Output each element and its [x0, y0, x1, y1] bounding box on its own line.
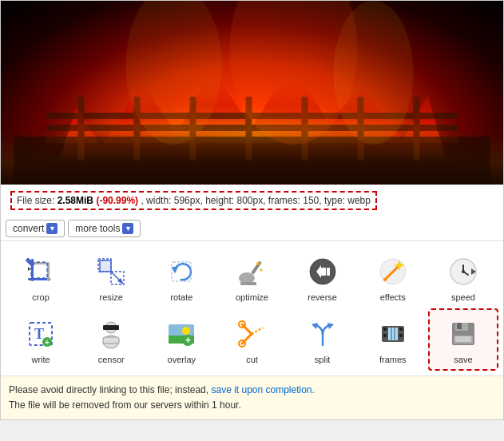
- svg-marker-20: [28, 267, 30, 271]
- svg-point-40: [397, 263, 402, 268]
- action-buttons-row: convert ▼ more tools ▼: [1, 217, 503, 240]
- svg-line-63: [242, 324, 252, 334]
- file-dimensions: , width: 596px, height: 800px, frames: 1…: [141, 195, 371, 206]
- svg-rect-28: [252, 260, 263, 274]
- reverse-label: reverse: [308, 292, 337, 302]
- svg-rect-72: [383, 328, 387, 331]
- svg-rect-75: [399, 334, 403, 337]
- tool-overlay[interactable]: + overlay: [146, 308, 216, 371]
- speed-label: speed: [451, 292, 475, 302]
- censor-label: censor: [98, 355, 125, 364]
- rotate-label: rotate: [170, 292, 192, 302]
- file-size-value: 2.58MiB: [58, 195, 93, 206]
- svg-rect-4: [78, 97, 85, 161]
- svg-text:+: +: [185, 335, 191, 346]
- tool-crop[interactable]: crop: [6, 246, 76, 308]
- tool-rotate[interactable]: rotate: [146, 246, 216, 308]
- svg-rect-36: [327, 268, 330, 276]
- tools-grid: crop resize: [1, 240, 503, 375]
- svg-text:T: T: [34, 326, 44, 342]
- tool-split[interactable]: split: [288, 308, 358, 371]
- tool-effects[interactable]: effects: [358, 246, 428, 308]
- tool-save[interactable]: save: [428, 308, 498, 371]
- convert-label: convert: [13, 223, 44, 234]
- fire-image: [1, 1, 503, 185]
- notice-line2: The file will be removed from our server…: [9, 398, 495, 413]
- tool-write[interactable]: T + write: [6, 308, 76, 371]
- effects-icon: [374, 252, 412, 291]
- svg-rect-74: [399, 328, 403, 331]
- resize-icon: [92, 252, 130, 291]
- notice-bar: Please avoid directly linking to this fi…: [1, 375, 503, 419]
- svg-rect-30: [240, 282, 256, 285]
- info-section: File size: 2.58MiB (-90.99%) , width: 59…: [1, 185, 503, 217]
- save-icon: [444, 315, 482, 353]
- image-preview: [1, 1, 503, 185]
- svg-rect-23: [100, 260, 111, 272]
- more-tools-arrow-icon: ▼: [122, 223, 133, 234]
- svg-rect-73: [383, 334, 387, 337]
- cut-label: cut: [246, 355, 258, 364]
- svg-text:+: +: [45, 338, 50, 347]
- svg-marker-26: [172, 267, 178, 273]
- file-size-reduction: (-90.99%): [96, 195, 138, 206]
- tool-cut[interactable]: cut: [216, 308, 287, 371]
- optimize-label: optimize: [236, 292, 268, 302]
- svg-line-64: [242, 334, 252, 344]
- resize-label: resize: [100, 292, 123, 302]
- svg-point-13: [334, 1, 414, 145]
- tool-optimize[interactable]: optimize: [216, 246, 287, 308]
- svg-point-32: [260, 269, 263, 272]
- svg-point-31: [256, 262, 260, 265]
- tool-frames[interactable]: frames: [358, 308, 428, 371]
- svg-marker-69: [312, 323, 318, 329]
- reverse-icon: [304, 252, 342, 291]
- svg-rect-83: [455, 336, 471, 342]
- convert-button[interactable]: convert ▼: [6, 220, 65, 237]
- convert-arrow-icon: ▼: [46, 223, 58, 234]
- frames-icon: [374, 315, 412, 353]
- svg-point-29: [239, 272, 255, 284]
- svg-point-49: [462, 270, 465, 273]
- cut-icon: [232, 315, 271, 353]
- svg-line-65: [252, 328, 263, 334]
- tool-censor[interactable]: censor: [76, 308, 146, 371]
- speed-icon: [444, 252, 482, 291]
- more-tools-label: more tools: [75, 223, 120, 234]
- tool-resize[interactable]: resize: [76, 246, 146, 308]
- fireplace-grate-svg: [1, 1, 503, 185]
- svg-point-39: [383, 278, 387, 281]
- file-size-label: File size:: [17, 195, 54, 206]
- svg-rect-76: [388, 328, 398, 340]
- notice-line1: Please avoid directly linking to this fi…: [9, 383, 495, 398]
- frames-label: frames: [379, 355, 407, 364]
- svg-rect-55: [103, 325, 119, 330]
- svg-rect-10: [414, 97, 420, 161]
- rotate-icon: [162, 252, 200, 291]
- tool-reverse[interactable]: reverse: [288, 246, 358, 308]
- overlay-icon: +: [162, 315, 200, 353]
- crop-icon: [22, 252, 60, 291]
- overlay-label: overlay: [168, 355, 196, 364]
- split-icon: [304, 315, 342, 353]
- write-label: write: [31, 355, 50, 364]
- effects-label: effects: [380, 292, 406, 302]
- optimize-icon: [232, 252, 271, 291]
- split-label: split: [315, 355, 331, 364]
- main-container: File size: 2.58MiB (-90.99%) , width: 59…: [0, 0, 504, 420]
- more-tools-button[interactable]: more tools ▼: [68, 220, 141, 237]
- svg-rect-81: [457, 323, 462, 329]
- write-icon: T +: [22, 315, 60, 353]
- crop-label: crop: [32, 292, 49, 302]
- file-info-bar: File size: 2.58MiB (-90.99%) , width: 59…: [10, 191, 377, 210]
- svg-point-60: [182, 327, 190, 335]
- svg-rect-57: [103, 337, 119, 344]
- tool-speed[interactable]: speed: [428, 246, 498, 308]
- svg-rect-35: [321, 268, 326, 276]
- notice-link[interactable]: save it upon completion.: [211, 384, 314, 395]
- svg-marker-70: [327, 323, 334, 329]
- save-label: save: [454, 355, 472, 364]
- censor-icon: [92, 315, 130, 353]
